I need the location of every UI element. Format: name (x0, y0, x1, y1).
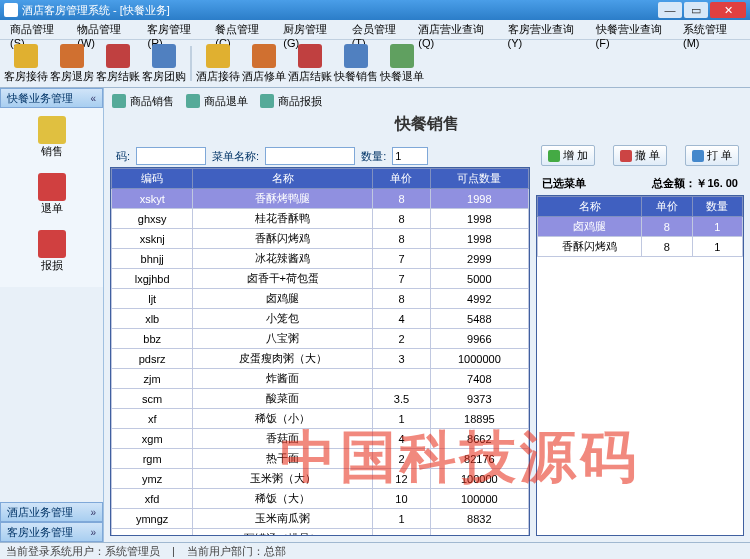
table-row[interactable]: xsknj香酥闪烤鸡81998 (112, 229, 529, 249)
toolbar-button[interactable]: 快餐销售 (334, 42, 378, 85)
subtab[interactable]: 商品退单 (186, 92, 248, 110)
main-toolbar: 客房接待客房退房客房结账客房团购酒店接待酒店修单酒店结账快餐销售快餐退单 (0, 40, 750, 88)
add-button[interactable]: 增 加 (541, 145, 595, 166)
col-header[interactable]: 单价 (642, 197, 692, 217)
sidebar-panel-header[interactable]: 客房业务管理» (0, 522, 103, 542)
menu-item[interactable]: 客房营业查询(Y) (502, 20, 590, 39)
table-row[interactable]: xlb小笼包45488 (112, 309, 529, 329)
content-area: 商品销售商品退单商品报损 快餐销售 码: 菜单名称: 数量: 编码名称单价可点数… (104, 88, 750, 542)
code-input[interactable] (136, 147, 206, 165)
table-row[interactable]: bhnjj冰花辣酱鸡72999 (112, 249, 529, 269)
selected-grid[interactable]: 名称单价数量卤鸡腿81香酥闪烤鸡81 (536, 195, 744, 536)
chevron-icon: « (90, 93, 96, 104)
sidebar-icon (38, 116, 66, 144)
name-label: 菜单名称: (212, 149, 259, 164)
arrow-icon (260, 94, 274, 108)
minimize-button[interactable]: — (658, 2, 682, 18)
menu-item[interactable]: 物品管理(W) (71, 20, 141, 39)
toolbar-icon (298, 44, 322, 68)
arrow-icon (186, 94, 200, 108)
menu-item[interactable]: 客房管理(R) (141, 20, 209, 39)
toolbar-button[interactable]: 客房接待 (4, 42, 48, 85)
sidebar-panel-header[interactable]: 酒店业务管理» (0, 502, 103, 522)
qty-label: 数量: (361, 149, 386, 164)
toolbar-icon (60, 44, 84, 68)
qty-input[interactable] (392, 147, 428, 165)
total-value: ￥16. 00 (696, 177, 738, 189)
window-title: 酒店客房管理系统 - [快餐业务] (22, 3, 656, 18)
subtab[interactable]: 商品报损 (260, 92, 322, 110)
close-button[interactable]: ✕ (710, 2, 746, 18)
table-row[interactable]: ghxsy桂花香酥鸭81998 (112, 209, 529, 229)
toolbar-button[interactable]: 客房退房 (50, 42, 94, 85)
col-header[interactable]: 可点数量 (430, 169, 528, 189)
table-row[interactable]: ymngz玉米南瓜粥18832 (112, 509, 529, 529)
table-row[interactable]: bbz八宝粥29966 (112, 329, 529, 349)
toolbar-button[interactable]: 酒店结账 (288, 42, 332, 85)
maximize-button[interactable]: ▭ (684, 2, 708, 18)
menu-item[interactable]: 厨房管理(G) (277, 20, 345, 39)
toolbar-button[interactable]: 快餐退单 (380, 42, 424, 85)
sub-toolbar: 商品销售商品退单商品报损 (106, 90, 748, 112)
summary-row: 已选菜单 总金额：￥16. 00 (536, 172, 744, 195)
menubar: 商品管理(S)物品管理(W)客房管理(R)餐点管理(C)厨房管理(G)会员管理(… (0, 20, 750, 40)
page-title: 快餐销售 (106, 114, 748, 135)
table-row[interactable]: lxgjhbd卤香干+荷包蛋75000 (112, 269, 529, 289)
sidebar-icon (38, 173, 66, 201)
col-header[interactable]: 编码 (112, 169, 193, 189)
toolbar-icon (14, 44, 38, 68)
menu-item[interactable]: 快餐营业查询(F) (590, 20, 677, 39)
col-header[interactable]: 数量 (692, 197, 742, 217)
cancel-button[interactable]: 撤 单 (613, 145, 667, 166)
print-icon (692, 150, 704, 162)
x-icon (620, 150, 632, 162)
sidebar: 快餐业务管理«销售退单报损酒店业务管理»客房业务管理» (0, 88, 104, 542)
toolbar-icon (390, 44, 414, 68)
col-header[interactable]: 名称 (193, 169, 373, 189)
table-row[interactable]: rgm热干面282176 (112, 449, 529, 469)
toolbar-button[interactable]: 客房结账 (96, 42, 140, 85)
toolbar-button[interactable]: 酒店修单 (242, 42, 286, 85)
table-row[interactable]: scm酸菜面3.59373 (112, 389, 529, 409)
table-row[interactable]: xfd稀饭（大）10100000 (112, 489, 529, 509)
arrow-icon (112, 94, 126, 108)
table-row[interactable]: ymz玉米粥（大）12100000 (112, 469, 529, 489)
menu-grid[interactable]: 编码名称单价可点数量xskyt香酥烤鸭腿81998ghxsy桂花香酥鸭81998… (110, 167, 530, 536)
col-header[interactable]: 名称 (538, 197, 642, 217)
table-row[interactable]: xskyt香酥烤鸭腿81998 (112, 189, 529, 209)
toolbar-button[interactable]: 酒店接待 (196, 42, 240, 85)
toolbar-icon (106, 44, 130, 68)
table-row[interactable]: xgm香菇面48662 (112, 429, 529, 449)
menu-item[interactable]: 餐点管理(C) (209, 20, 277, 39)
menu-item[interactable]: 商品管理(S) (4, 20, 71, 39)
table-row[interactable]: xf稀饭（小）118895 (112, 409, 529, 429)
chevron-icon: » (90, 527, 96, 538)
sidebar-item[interactable]: 销售 (4, 112, 99, 163)
titlebar: 酒店客房管理系统 - [快餐业务] — ▭ ✕ (0, 0, 750, 20)
summary-label: 已选菜单 (542, 176, 586, 191)
sidebar-item[interactable]: 报损 (4, 226, 99, 277)
name-input[interactable] (265, 147, 355, 165)
toolbar-icon (152, 44, 176, 68)
print-button[interactable]: 打 单 (685, 145, 739, 166)
sidebar-panel-header[interactable]: 快餐业务管理« (0, 88, 103, 108)
table-row[interactable]: zjm炸酱面7408 (112, 369, 529, 389)
table-row[interactable]: ljt卤鸡腿84992 (112, 289, 529, 309)
table-row[interactable]: wgtpg瓦罐汤（排骨）4991000 (112, 529, 529, 537)
toolbar-button[interactable]: 客房团购 (142, 42, 186, 85)
subtab[interactable]: 商品销售 (112, 92, 174, 110)
sidebar-item[interactable]: 退单 (4, 169, 99, 220)
toolbar-icon (206, 44, 230, 68)
table-row[interactable]: 香酥闪烤鸡81 (538, 237, 743, 257)
sidebar-icon (38, 230, 66, 258)
right-pane: 增 加 撤 单 打 单 已选菜单 总金额：￥16. 00 名称单价数量卤鸡腿81… (536, 145, 744, 536)
chevron-icon: » (90, 507, 96, 518)
table-row[interactable]: 卤鸡腿81 (538, 217, 743, 237)
menu-item[interactable]: 系统管理(M) (677, 20, 746, 39)
filter-row: 码: 菜单名称: 数量: (110, 145, 530, 167)
menu-item[interactable]: 会员管理(T) (346, 20, 413, 39)
table-row[interactable]: pdsrz皮蛋瘦肉粥（大）31000000 (112, 349, 529, 369)
col-header[interactable]: 单价 (373, 169, 430, 189)
menu-item[interactable]: 酒店营业查询(Q) (412, 20, 501, 39)
total-label: 总金额： (652, 177, 696, 189)
